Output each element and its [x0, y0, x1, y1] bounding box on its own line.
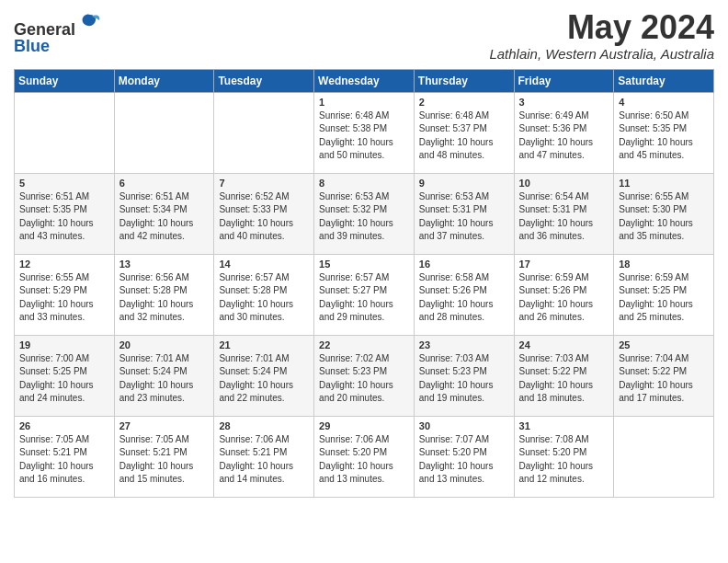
day-number: 1: [319, 97, 409, 108]
calendar-cell: 13Sunrise: 6:56 AMSunset: 5:28 PMDayligh…: [114, 254, 214, 335]
day-number: 4: [619, 97, 709, 108]
day-number: 8: [319, 178, 409, 189]
day-info: Sunrise: 6:57 AMSunset: 5:27 PMDaylight:…: [319, 271, 409, 325]
day-number: 12: [19, 259, 109, 270]
calendar-cell: 2Sunrise: 6:48 AMSunset: 5:37 PMDaylight…: [414, 92, 514, 173]
day-info: Sunrise: 6:55 AMSunset: 5:30 PMDaylight:…: [619, 190, 709, 244]
calendar-cell: 14Sunrise: 6:57 AMSunset: 5:28 PMDayligh…: [214, 254, 314, 335]
calendar-cell: 18Sunrise: 6:59 AMSunset: 5:25 PMDayligh…: [614, 254, 714, 335]
calendar-cell: 19Sunrise: 7:00 AMSunset: 5:25 PMDayligh…: [15, 335, 115, 416]
day-info: Sunrise: 7:06 AMSunset: 5:21 PMDaylight:…: [219, 433, 309, 487]
calendar-body: 1Sunrise: 6:48 AMSunset: 5:38 PMDaylight…: [15, 92, 714, 497]
logo: General Blue: [14, 9, 103, 56]
calendar-week-4: 19Sunrise: 7:00 AMSunset: 5:25 PMDayligh…: [15, 335, 714, 416]
day-info: Sunrise: 6:56 AMSunset: 5:28 PMDaylight:…: [119, 271, 210, 325]
location-text: Lathlain, Western Australia, Australia: [489, 46, 714, 62]
calendar-cell: 17Sunrise: 6:59 AMSunset: 5:26 PMDayligh…: [514, 254, 614, 335]
col-header-friday: Friday: [514, 69, 614, 92]
title-block: May 2024 Lathlain, Western Australia, Au…: [489, 9, 714, 62]
calendar-cell: 9Sunrise: 6:53 AMSunset: 5:31 PMDaylight…: [414, 173, 514, 254]
month-title: May 2024: [489, 9, 714, 46]
day-number: 6: [119, 178, 210, 189]
day-info: Sunrise: 6:57 AMSunset: 5:28 PMDaylight:…: [219, 271, 309, 325]
day-info: Sunrise: 7:07 AMSunset: 5:20 PMDaylight:…: [419, 433, 509, 487]
day-info: Sunrise: 7:01 AMSunset: 5:24 PMDaylight:…: [119, 352, 210, 406]
day-info: Sunrise: 6:54 AMSunset: 5:31 PMDaylight:…: [519, 190, 609, 244]
day-info: Sunrise: 7:05 AMSunset: 5:21 PMDaylight:…: [119, 433, 210, 487]
calendar-cell: 21Sunrise: 7:01 AMSunset: 5:24 PMDayligh…: [214, 335, 314, 416]
calendar-cell: 23Sunrise: 7:03 AMSunset: 5:23 PMDayligh…: [414, 335, 514, 416]
logo-bird-icon: [77, 9, 103, 35]
day-info: Sunrise: 6:50 AMSunset: 5:35 PMDaylight:…: [619, 109, 709, 163]
day-info: Sunrise: 6:53 AMSunset: 5:32 PMDaylight:…: [319, 190, 409, 244]
day-number: 3: [519, 97, 609, 108]
calendar-cell: 26Sunrise: 7:05 AMSunset: 5:21 PMDayligh…: [15, 416, 115, 497]
day-info: Sunrise: 7:03 AMSunset: 5:22 PMDaylight:…: [519, 352, 609, 406]
col-header-thursday: Thursday: [414, 69, 514, 92]
page-header: General Blue May 2024 Lathlain, Western …: [14, 9, 714, 62]
day-number: 16: [419, 259, 509, 270]
calendar-week-1: 1Sunrise: 6:48 AMSunset: 5:38 PMDaylight…: [15, 92, 714, 173]
day-number: 10: [519, 178, 609, 189]
day-info: Sunrise: 7:01 AMSunset: 5:24 PMDaylight:…: [219, 352, 309, 406]
calendar-cell: 24Sunrise: 7:03 AMSunset: 5:22 PMDayligh…: [514, 335, 614, 416]
calendar-cell: 4Sunrise: 6:50 AMSunset: 5:35 PMDaylight…: [614, 92, 714, 173]
day-info: Sunrise: 6:52 AMSunset: 5:33 PMDaylight:…: [219, 190, 309, 244]
day-info: Sunrise: 7:04 AMSunset: 5:22 PMDaylight:…: [619, 352, 709, 406]
calendar-cell: 5Sunrise: 6:51 AMSunset: 5:35 PMDaylight…: [15, 173, 115, 254]
calendar-cell: [214, 92, 314, 173]
calendar-cell: 27Sunrise: 7:05 AMSunset: 5:21 PMDayligh…: [114, 416, 214, 497]
calendar-cell: 30Sunrise: 7:07 AMSunset: 5:20 PMDayligh…: [414, 416, 514, 497]
day-number: 20: [119, 339, 210, 350]
logo-blue-text: Blue: [14, 37, 50, 55]
day-info: Sunrise: 6:59 AMSunset: 5:26 PMDaylight:…: [519, 271, 609, 325]
col-header-wednesday: Wednesday: [314, 69, 415, 92]
day-number: 17: [519, 259, 609, 270]
calendar-cell: 11Sunrise: 6:55 AMSunset: 5:30 PMDayligh…: [614, 173, 714, 254]
col-header-tuesday: Tuesday: [214, 69, 314, 92]
day-number: 25: [619, 339, 709, 350]
col-header-saturday: Saturday: [614, 69, 714, 92]
day-info: Sunrise: 7:03 AMSunset: 5:23 PMDaylight:…: [419, 352, 509, 406]
day-number: 9: [419, 178, 509, 189]
calendar-cell: [114, 92, 214, 173]
calendar-cell: 6Sunrise: 6:51 AMSunset: 5:34 PMDaylight…: [114, 173, 214, 254]
day-info: Sunrise: 7:06 AMSunset: 5:20 PMDaylight:…: [319, 433, 409, 487]
calendar-cell: 20Sunrise: 7:01 AMSunset: 5:24 PMDayligh…: [114, 335, 214, 416]
day-number: 21: [219, 339, 309, 350]
day-number: 7: [219, 178, 309, 189]
day-number: 18: [619, 259, 709, 270]
day-number: 23: [419, 339, 509, 350]
calendar-week-5: 26Sunrise: 7:05 AMSunset: 5:21 PMDayligh…: [15, 416, 714, 497]
calendar-week-2: 5Sunrise: 6:51 AMSunset: 5:35 PMDaylight…: [15, 173, 714, 254]
day-number: 5: [19, 178, 109, 189]
day-number: 28: [219, 420, 309, 431]
day-info: Sunrise: 6:48 AMSunset: 5:37 PMDaylight:…: [419, 109, 509, 163]
calendar-cell: 3Sunrise: 6:49 AMSunset: 5:36 PMDaylight…: [514, 92, 614, 173]
day-number: 11: [619, 178, 709, 189]
day-number: 15: [319, 259, 409, 270]
calendar-week-3: 12Sunrise: 6:55 AMSunset: 5:29 PMDayligh…: [15, 254, 714, 335]
calendar-cell: 7Sunrise: 6:52 AMSunset: 5:33 PMDaylight…: [214, 173, 314, 254]
day-info: Sunrise: 6:51 AMSunset: 5:34 PMDaylight:…: [119, 190, 210, 244]
day-info: Sunrise: 6:55 AMSunset: 5:29 PMDaylight:…: [19, 271, 109, 325]
day-number: 22: [319, 339, 409, 350]
calendar-cell: [15, 92, 115, 173]
day-number: 26: [19, 420, 109, 431]
calendar-cell: 12Sunrise: 6:55 AMSunset: 5:29 PMDayligh…: [15, 254, 115, 335]
calendar-cell: 1Sunrise: 6:48 AMSunset: 5:38 PMDaylight…: [314, 92, 415, 173]
calendar-table: SundayMondayTuesdayWednesdayThursdayFrid…: [14, 69, 714, 498]
day-info: Sunrise: 7:00 AMSunset: 5:25 PMDaylight:…: [19, 352, 109, 406]
day-info: Sunrise: 6:59 AMSunset: 5:25 PMDaylight:…: [619, 271, 709, 325]
calendar-cell: 16Sunrise: 6:58 AMSunset: 5:26 PMDayligh…: [414, 254, 514, 335]
day-number: 27: [119, 420, 210, 431]
calendar-cell: 31Sunrise: 7:08 AMSunset: 5:20 PMDayligh…: [514, 416, 614, 497]
col-header-sunday: Sunday: [15, 69, 115, 92]
day-info: Sunrise: 7:05 AMSunset: 5:21 PMDaylight:…: [19, 433, 109, 487]
calendar-cell: 10Sunrise: 6:54 AMSunset: 5:31 PMDayligh…: [514, 173, 614, 254]
day-info: Sunrise: 6:58 AMSunset: 5:26 PMDaylight:…: [419, 271, 509, 325]
day-number: 2: [419, 97, 509, 108]
day-number: 31: [519, 420, 609, 431]
day-info: Sunrise: 7:08 AMSunset: 5:20 PMDaylight:…: [519, 433, 609, 487]
day-number: 24: [519, 339, 609, 350]
